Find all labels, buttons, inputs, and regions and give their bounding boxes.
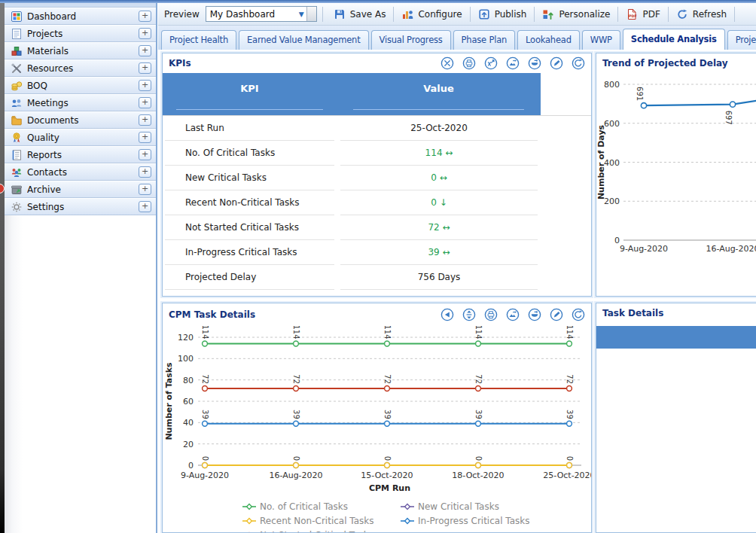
tab-earned-value-management[interactable]: Earned Value Management xyxy=(239,30,369,50)
kpis-export-data-icon[interactable] xyxy=(528,56,541,70)
kpi-name-cell: In-Progress Critical Tasks xyxy=(165,240,334,265)
kpi-name-cell: Not Started Critical Tasks xyxy=(165,215,334,240)
legend-item[interactable]: New Critical Tasks xyxy=(401,501,499,512)
kpi-cell-gap xyxy=(334,166,340,190)
tab-lookahead[interactable]: Lookahead xyxy=(517,30,580,50)
tab-project-photo-gallery[interactable]: Project Photo Gallery xyxy=(727,30,756,50)
cpm-export-image-icon[interactable] xyxy=(506,308,520,321)
sidebar-item-dashboard[interactable]: Dashboard+ xyxy=(5,8,156,25)
kpi-table-row: Not Started Critical Tasks72 ↔ xyxy=(163,215,591,240)
documents-icon xyxy=(11,114,23,126)
dashboard-select[interactable]: My Dashboard ▼ xyxy=(206,6,317,22)
kpi-cell-gap xyxy=(334,116,340,141)
y-tick-label: 0 xyxy=(188,461,194,471)
sidebar-item-expand-button[interactable]: + xyxy=(139,62,151,74)
chevron-down-icon: ▼ xyxy=(297,11,306,18)
sidebar-item-meetings[interactable]: Meetings+ xyxy=(5,94,156,111)
refresh-button[interactable]: Refresh xyxy=(671,7,732,22)
pdf-button[interactable]: PDFPDF xyxy=(620,7,665,22)
series-line xyxy=(644,99,756,106)
y-tick-label: 40 xyxy=(183,418,194,428)
data-label: 697 xyxy=(724,111,733,125)
sidebar-item-label: Quality xyxy=(27,132,134,143)
sidebar-item-settings[interactable]: Settings+ xyxy=(5,198,156,215)
tab-wwp[interactable]: WWP xyxy=(582,30,620,50)
legend-item[interactable]: Not Started Critical Tasks xyxy=(242,530,373,533)
sidebar-item-materials[interactable]: Materials+ xyxy=(5,42,156,59)
sidebar-item-boq[interactable]: BOQ+ xyxy=(5,77,156,94)
sidebar-item-expand-button[interactable]: + xyxy=(139,80,151,91)
sidebar-item-expand-button[interactable]: + xyxy=(139,149,151,160)
x-tick-label: 25-Oct-2020 xyxy=(543,471,591,480)
materials-icon xyxy=(11,45,23,57)
sidebar-item-archive[interactable]: Archive+ xyxy=(5,181,156,198)
legend-item[interactable]: No. of Critical Tasks xyxy=(242,501,348,512)
save-as-button[interactable]: Save As xyxy=(328,7,392,22)
sidebar-item-expand-button[interactable]: + xyxy=(139,114,151,126)
resources-icon xyxy=(11,62,23,75)
sidebar-item-expand-button[interactable]: + xyxy=(139,166,151,178)
cpm-export-data-icon[interactable] xyxy=(528,308,541,321)
kpi-name-cell: Recent Non-Critical Tasks xyxy=(165,190,334,215)
toolbar: Preview My Dashboard ▼ Save AsConfigureP… xyxy=(158,3,756,26)
kpis-refresh-icon[interactable] xyxy=(572,56,585,70)
kpi-table-row: Last Run25-Oct-2020 xyxy=(163,116,591,141)
sidebar-item-expand-button[interactable]: + xyxy=(139,11,151,22)
cpm-refresh-icon[interactable] xyxy=(572,308,585,321)
sidebar-item-projects[interactable]: Projects+ xyxy=(5,25,156,42)
kpi-table-row: No. Of Critical Tasks114 ↔ xyxy=(163,141,591,166)
kpi-column-label: Value xyxy=(423,83,454,94)
sidebar-item-documents[interactable]: Documents+ xyxy=(5,111,156,129)
tab-phase-plan[interactable]: Phase Plan xyxy=(453,30,515,50)
sidebar-item-label: BOQ xyxy=(27,81,134,91)
kpis-export-image-icon[interactable] xyxy=(506,56,520,70)
data-label: 0 xyxy=(565,456,574,461)
sidebar-item-expand-button[interactable]: + xyxy=(139,45,151,56)
trend-panel: Trend of Projected Delay 0200400600800Nu… xyxy=(596,53,756,297)
kpis-annotate-icon[interactable] xyxy=(550,56,563,70)
cpm-annotate-icon[interactable] xyxy=(550,308,563,321)
data-point xyxy=(385,421,390,426)
tab-visual-progress[interactable]: Visual Progress xyxy=(371,30,451,50)
kpis-panel: KPIs KPIValueLast Run25-Oct-2020No. Of C… xyxy=(162,53,592,297)
publish-button[interactable]: Publish xyxy=(473,7,532,22)
toolbar-separator xyxy=(617,7,618,22)
sidebar-item-expand-button[interactable]: + xyxy=(139,201,151,212)
tab-project-health[interactable]: Project Health xyxy=(161,30,236,50)
kpis-export-excel-icon[interactable] xyxy=(484,56,498,70)
cpm-back-icon[interactable] xyxy=(440,308,454,321)
kpis-maximize-icon[interactable] xyxy=(440,56,454,70)
y-tick-label: 800 xyxy=(604,80,620,90)
legend-item[interactable]: Recent Non-Critical Tasks xyxy=(242,516,373,526)
sidebar-item-expand-button[interactable]: + xyxy=(139,97,151,108)
legend-item[interactable]: In-Progress Critical Tasks xyxy=(401,516,529,526)
sidebar-item-resources[interactable]: Resources+ xyxy=(5,59,156,77)
save-icon xyxy=(334,8,346,20)
sidebar-item-expand-button[interactable]: + xyxy=(139,132,151,143)
sidebar-item-expand-button[interactable]: + xyxy=(139,28,151,39)
kpi-value-cell: 114 ↔ xyxy=(340,141,538,166)
toolbar-button-label: Configure xyxy=(418,9,462,20)
kpi-value: 0 ↔ xyxy=(431,172,447,183)
sidebar-item-expand-button[interactable]: + xyxy=(139,184,151,195)
task-panel-header: Task Details xyxy=(596,303,756,323)
projects-icon xyxy=(11,28,23,40)
tab-bar: Project HealthEarned Value ManagementVis… xyxy=(158,26,756,50)
tab-schedule-analysis[interactable]: Schedule Analysis xyxy=(623,29,725,50)
sidebar-item-contacts[interactable]: Contacts+ xyxy=(5,163,156,181)
configure-button[interactable]: Configure xyxy=(396,7,467,22)
kpis-print-icon[interactable] xyxy=(462,56,476,70)
personalize-button[interactable]: Personalize xyxy=(537,7,615,22)
legend-marker xyxy=(405,504,410,510)
sidebar-item-reports[interactable]: Reports+ xyxy=(5,146,156,163)
cpm-print-icon[interactable] xyxy=(484,308,498,321)
data-point xyxy=(203,386,208,391)
data-label: 0 xyxy=(474,456,483,461)
cpm-collapse-icon[interactable] xyxy=(462,308,476,321)
kpi-table-row: In-Progress Critical Tasks39 ↔ xyxy=(163,240,591,265)
y-tick-label: 60 xyxy=(183,397,194,407)
toolbar-button-label: Save As xyxy=(350,9,386,20)
dashboard-select-button[interactable] xyxy=(306,7,316,21)
sidebar-item-quality[interactable]: Quality+ xyxy=(5,129,156,146)
toolbar-buttons: Save AsConfigurePublishPersonalizePDFPDF… xyxy=(328,7,737,22)
